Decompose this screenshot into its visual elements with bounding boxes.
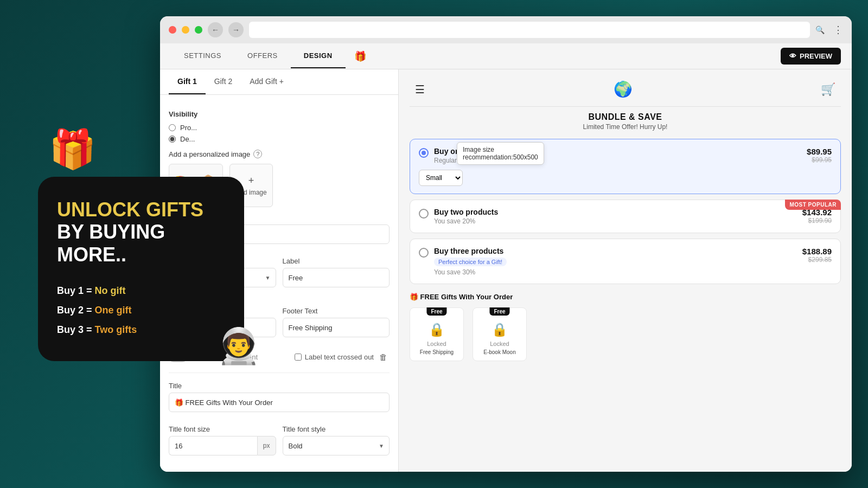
hamburger-menu[interactable]: ☰ [415, 83, 425, 96]
label-crossed-wrap: Label text crossed out 🗑 [295, 350, 390, 364]
info-icon[interactable]: ? [253, 150, 262, 158]
preview-button[interactable]: 👁 PREVIEW [781, 48, 841, 65]
gift-card-1: Free 🔒 Locked Free Shipping [410, 307, 464, 361]
bundle-option-2-desc: You save 20% [434, 217, 498, 225]
app-tabs: SETTINGS OFFERS DESIGN 🎁 👁 PREVIEW [160, 43, 852, 69]
bundle-option-3-header: Buy three products Perfect choice for a … [419, 247, 832, 276]
buy1-line: Buy 1 = No gift [57, 281, 225, 300]
store-logo: 🌍 [614, 80, 633, 98]
gift2-name: E-book Moon [478, 349, 521, 355]
bundle-option-3-price-original: $299.85 [802, 256, 832, 264]
bundle-option-1-price-main: $89.95 [807, 147, 832, 156]
most-popular-badge: MOST POPULAR [785, 200, 841, 210]
bundle-main-title: BUNDLE & SAVE [410, 112, 841, 122]
buy1-prefix: Buy 1 = [57, 285, 95, 296]
gift1-name: Free Shipping [416, 349, 458, 355]
bundle-option-3-badge: Perfect choice for a Gift! [434, 258, 507, 266]
bundle-option-3[interactable]: Buy three products Perfect choice for a … [410, 239, 841, 284]
gifts-grid: Free 🔒 Locked Free Shipping Free 🔒 Locke… [410, 307, 841, 361]
font-style-select-wrapper: Bold Normal Italic ▼ [283, 436, 390, 455]
browser-content: Gift 1 Gift 2 Add Gift + Visibility Pro.… [160, 69, 852, 472]
add-gift-tab[interactable]: Add Gift + [241, 69, 292, 94]
title-font-style-select[interactable]: Bold Normal Italic [283, 436, 390, 455]
gift2-free-badge: Free [489, 307, 509, 316]
add-icon: + [248, 175, 254, 187]
tab-design[interactable]: DESIGN [291, 44, 346, 68]
buy3-val: Two gifts [95, 324, 137, 335]
left-panel: 🎁 UNLOCK GIFTS BY BUYING MORE.. Buy 1 = … [16, 0, 244, 488]
store-header: ☰ 🌍 🛒 [410, 80, 841, 107]
bundle-option-2-left: Buy two products You save 20% [419, 208, 498, 225]
eye-icon: 👁 [789, 52, 796, 60]
buy2-line: Buy 2 = One gift [57, 300, 225, 320]
gift-icon-tab[interactable]: 🎁 [346, 45, 375, 68]
unlock-line3: MORE.. [57, 243, 126, 266]
bundle-option-1-price: $89.95 $99.95 [807, 147, 832, 164]
browser-titlebar: ← → 🔍 ⋮ [160, 16, 852, 43]
label-crossed-label: Label text crossed out [305, 353, 374, 361]
label-label: Label [283, 257, 390, 265]
url-bar[interactable] [249, 22, 810, 38]
gifts-section-title: 🎁 FREE Gifts With Your Order [410, 293, 841, 301]
more-options-button[interactable]: ⋮ [833, 24, 843, 36]
bundle-option-3-name: Buy three products [434, 247, 507, 255]
bundle-subtitle: Limited Time Offer! Hurry Up! [410, 123, 841, 131]
bundle-option-2-price-original: $199.90 [802, 217, 832, 224]
unlock-line2: BY BUYING [57, 221, 165, 243]
bundle-option-2-header: Buy two products You save 20% $143.92 $1… [419, 208, 832, 225]
unlock-subtitle: Buy 1 = No gift Buy 2 = One gift Buy 3 =… [57, 281, 225, 339]
radio-circle-3 [419, 248, 429, 258]
promo-card: UNLOCK GIFTS BY BUYING MORE.. Buy 1 = No… [38, 177, 244, 361]
search-icon: 🔍 [815, 25, 825, 34]
gift1-lock-icon: 🔒 [416, 322, 458, 337]
preview-panel: ☰ 🌍 🛒 BUNDLE & SAVE Limited Time Offer! … [399, 69, 852, 472]
gift-card-2: Free 🔒 Locked E-book Moon [473, 307, 527, 361]
bundle-option-3-info: Buy three products Perfect choice for a … [434, 247, 507, 276]
footer-text-label: Footer Text [283, 307, 390, 315]
bundle-title-area: BUNDLE & SAVE Limited Time Offer! Hurry … [410, 112, 841, 131]
buy2-prefix: Buy 2 = [57, 305, 95, 316]
bundle-option-1-select-row: Small Medium Large [419, 170, 832, 186]
unlock-line1: UNLOCK GIFTS [57, 198, 203, 221]
unlock-title: UNLOCK GIFTS BY BUYING MORE.. [57, 198, 225, 266]
title-font-style-field: Title font style Bold Normal Italic ▼ [283, 425, 390, 455]
bundle-option-2[interactable]: MOST POPULAR Buy two products You save 2… [410, 200, 841, 233]
gift2-lock-icon: 🔒 [478, 322, 521, 337]
label-input[interactable] [283, 268, 390, 287]
bundle-option-3-save: You save 30% [434, 268, 507, 276]
px-unit: px [257, 436, 276, 455]
radio-circle-1 [419, 148, 429, 158]
radio-circle-2 [419, 209, 429, 219]
bundle-option-3-price: $188.89 $299.85 [802, 247, 832, 264]
cart-icon[interactable]: 🛒 [821, 82, 835, 97]
buy3-prefix: Buy 3 = [57, 324, 95, 335]
gift2-locked-text: Locked [478, 341, 521, 347]
label-crossed-checkbox[interactable] [295, 354, 302, 361]
footer-text-input[interactable] [283, 318, 390, 337]
bundle-option-2-name: Buy two products [434, 208, 498, 216]
label-field: Label [283, 257, 390, 287]
delete-crossed-button[interactable]: 🗑 [377, 350, 390, 364]
bundle-option-3-price-main: $188.89 [802, 247, 832, 256]
footer-text-field: Footer Text [283, 307, 390, 337]
title-font-style-label: Title font style [283, 425, 390, 433]
size-select[interactable]: Small Medium Large [419, 170, 463, 186]
gift-emoji-icon: 🎁 [49, 127, 96, 171]
bundle-option-2-info: Buy two products You save 20% [434, 208, 498, 225]
gift1-free-badge: Free [426, 307, 446, 316]
bundle-option-3-left: Buy three products Perfect choice for a … [419, 247, 507, 276]
bundle-option-1-price-original: $99.95 [807, 156, 832, 164]
buy1-val: No gift [95, 285, 126, 296]
gifts-section: 🎁 FREE Gifts With Your Order Free 🔒 Lock… [410, 293, 841, 361]
bundle-option-2-price: $143.92 $199.90 [802, 208, 832, 224]
buy2-val: One gift [95, 305, 132, 316]
browser-window: ← → 🔍 ⋮ SETTINGS OFFERS DESIGN 🎁 👁 PREVI… [160, 16, 852, 472]
buy3-line: Buy 3 = Two gifts [57, 320, 225, 339]
gift1-locked-text: Locked [416, 341, 458, 347]
astronaut-icon: 👨‍🚀 [217, 326, 260, 367]
